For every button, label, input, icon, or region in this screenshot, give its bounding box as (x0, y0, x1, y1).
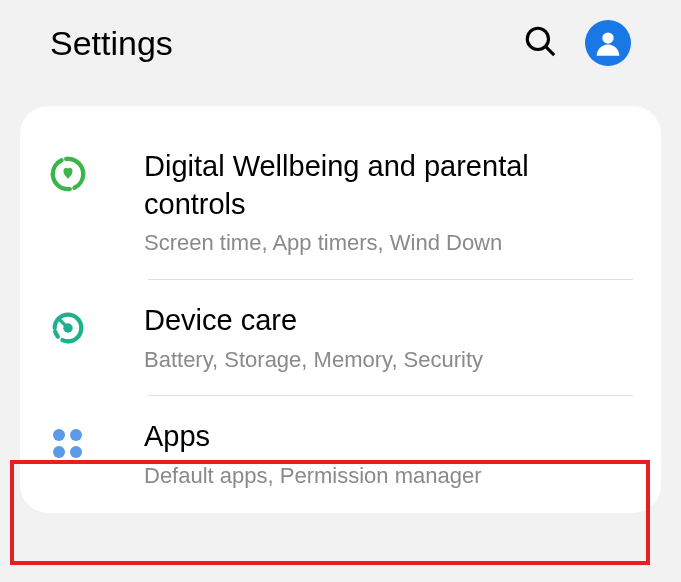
item-subtitle: Battery, Storage, Memory, Security (144, 346, 633, 375)
item-text: Device care Battery, Storage, Memory, Se… (144, 302, 633, 374)
settings-item-device-care[interactable]: Device care Battery, Storage, Memory, Se… (20, 280, 661, 396)
account-avatar[interactable] (585, 20, 631, 66)
device-care-icon (48, 308, 88, 348)
item-subtitle: Screen time, App timers, Wind Down (144, 229, 633, 258)
search-button[interactable] (523, 24, 557, 62)
apps-icon (48, 424, 88, 464)
item-title: Digital Wellbeing and parental controls (144, 148, 633, 223)
settings-item-apps[interactable]: Apps Default apps, Permission manager (20, 396, 661, 512)
wellbeing-icon (48, 154, 88, 194)
svg-line-1 (546, 47, 554, 55)
svg-point-0 (527, 28, 548, 49)
item-title: Device care (144, 302, 633, 340)
item-text: Digital Wellbeing and parental controls … (144, 148, 633, 258)
page-title: Settings (50, 24, 173, 63)
settings-list: Digital Wellbeing and parental controls … (20, 106, 661, 513)
search-icon (523, 24, 557, 58)
header-actions (523, 20, 631, 66)
settings-header: Settings (0, 0, 681, 106)
item-subtitle: Default apps, Permission manager (144, 462, 633, 491)
item-title: Apps (144, 418, 633, 456)
settings-item-digital-wellbeing[interactable]: Digital Wellbeing and parental controls … (20, 126, 661, 280)
svg-point-2 (602, 32, 613, 43)
person-icon (591, 26, 625, 60)
item-text: Apps Default apps, Permission manager (144, 418, 633, 490)
